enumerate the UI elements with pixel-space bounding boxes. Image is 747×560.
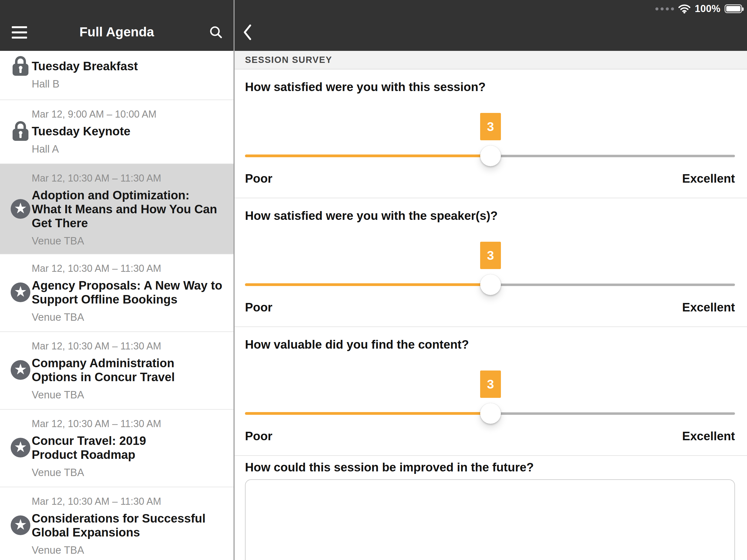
session-list: Tuesday Breakfast Hall B Mar 12, 9:00 AM… — [0, 51, 233, 560]
status-bar: 100% — [655, 3, 742, 15]
slider-value-row: 3 — [245, 113, 735, 140]
question-label: How could this session be improved in th… — [245, 460, 735, 475]
max-label: Excellent — [682, 172, 735, 186]
slider-thumb[interactable] — [480, 146, 501, 166]
survey-panel: 100% SESSION SURVEY How satisfied were y… — [233, 0, 747, 560]
session-title: Adoption and Optimization: What It Means… — [32, 188, 228, 230]
list-item[interactable]: Mar 12, 9:00 AM – 10:00 AM Tuesday Keyno… — [0, 100, 233, 164]
slider-value-badge: 3 — [480, 242, 501, 269]
max-label: Excellent — [682, 300, 735, 314]
max-label: Excellent — [682, 429, 735, 443]
session-title: Tuesday Breakfast — [32, 59, 228, 73]
wifi-icon — [678, 4, 691, 14]
session-title: Company Administration Options in Concur… — [32, 356, 228, 384]
survey-text-block: How could this session be improved in th… — [235, 456, 747, 560]
session-date: Mar 12, 10:30 AM – 11:30 AM — [32, 262, 228, 275]
slider-scale-labels: Poor Excellent — [245, 172, 735, 186]
session-venue: Venue TBA — [32, 388, 228, 401]
battery-percent: 100% — [695, 3, 720, 15]
back-icon[interactable] — [243, 24, 252, 41]
star-icon — [11, 515, 30, 535]
star-icon — [11, 282, 30, 302]
survey-question-block: How satisfied were you with this session… — [235, 70, 747, 198]
session-venue: Venue TBA — [32, 543, 228, 557]
cellular-signal-icon — [655, 7, 674, 10]
star-icon — [11, 438, 30, 457]
list-item-selected[interactable]: Mar 12, 10:30 AM – 11:30 AM Adoption and… — [0, 164, 233, 254]
session-venue: Venue TBA — [32, 234, 228, 248]
question-label: How valuable did you find the content? — [245, 327, 735, 352]
session-date: Mar 12, 10:30 AM – 11:30 AM — [32, 495, 228, 508]
slider-track-fill — [245, 154, 491, 157]
agenda-panel: Full Agenda Tuesday Breakfast Hall B — [0, 0, 233, 560]
lock-icon — [11, 56, 30, 76]
slider-value-row: 3 — [245, 242, 735, 269]
min-label: Poor — [245, 172, 272, 186]
satisfaction-slider[interactable] — [245, 146, 735, 166]
slider-value-badge: 3 — [480, 113, 501, 140]
app-window: Full Agenda Tuesday Breakfast Hall B — [0, 0, 747, 560]
session-date: Mar 12, 9:00 AM – 10:00 AM — [32, 108, 228, 120]
session-venue: Hall B — [32, 77, 228, 91]
session-title: Concur Travel: 2019 Product Roadmap — [32, 434, 228, 462]
battery-icon — [725, 4, 742, 13]
agenda-header: Full Agenda — [0, 0, 233, 51]
satisfaction-slider[interactable] — [245, 403, 735, 424]
slider-scale-labels: Poor Excellent — [245, 429, 735, 443]
session-date: Mar 12, 10:30 AM – 11:30 AM — [32, 418, 228, 430]
min-label: Poor — [245, 300, 272, 314]
list-item[interactable]: Mar 12, 10:30 AM – 11:30 AM Agency Propo… — [0, 254, 233, 332]
page-title: Full Agenda — [0, 24, 233, 40]
slider-thumb[interactable] — [480, 274, 501, 295]
feedback-textarea[interactable] — [245, 479, 735, 560]
survey-header: 100% — [235, 0, 747, 51]
min-label: Poor — [245, 429, 272, 443]
session-venue: Hall A — [32, 143, 228, 156]
session-venue: Venue TBA — [32, 466, 228, 479]
section-header: SESSION SURVEY — [235, 51, 747, 70]
question-label: How satisfied were you with the speaker(… — [245, 198, 735, 223]
session-title: Agency Proposals: A New Way to Support O… — [32, 278, 228, 306]
session-date: Mar 12, 10:30 AM – 11:30 AM — [32, 172, 228, 184]
list-item[interactable]: Tuesday Breakfast Hall B — [0, 51, 233, 100]
session-title: Tuesday Keynote — [32, 124, 228, 138]
session-date: Mar 12, 10:30 AM – 11:30 AM — [32, 340, 228, 352]
survey-question-block: How satisfied were you with the speaker(… — [235, 198, 747, 327]
slider-scale-labels: Poor Excellent — [245, 300, 735, 314]
search-icon[interactable] — [209, 25, 223, 40]
star-icon — [11, 360, 30, 380]
satisfaction-slider[interactable] — [245, 274, 735, 295]
list-item[interactable]: Mar 12, 10:30 AM – 11:30 AM Company Admi… — [0, 332, 233, 410]
slider-track-fill — [245, 412, 491, 415]
slider-thumb[interactable] — [480, 403, 501, 424]
list-item[interactable]: Mar 12, 10:30 AM – 11:30 AM Consideratio… — [0, 487, 233, 560]
session-venue: Venue TBA — [32, 311, 228, 324]
slider-value-row: 3 — [245, 371, 735, 398]
slider-value-badge: 3 — [480, 371, 501, 398]
star-icon — [11, 199, 30, 219]
list-item[interactable]: Mar 12, 10:30 AM – 11:30 AM Concur Trave… — [0, 410, 233, 487]
question-label: How satisfied were you with this session… — [245, 70, 735, 95]
slider-track-fill — [245, 283, 491, 286]
lock-icon — [11, 121, 30, 141]
session-title: Considerations for Successful Global Exp… — [32, 511, 228, 539]
survey-question-block: How valuable did you find the content? 3… — [235, 327, 747, 456]
